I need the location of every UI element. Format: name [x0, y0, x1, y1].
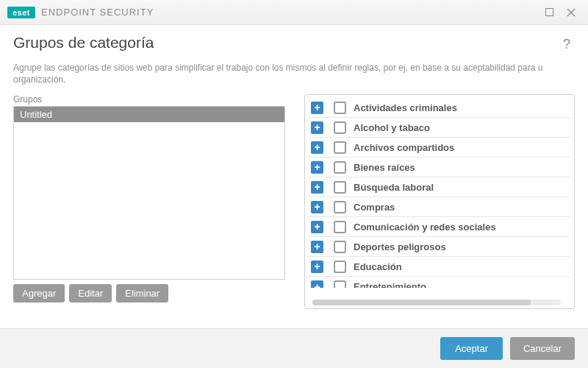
category-checkbox[interactable]: [334, 181, 346, 194]
expand-icon[interactable]: +: [311, 161, 323, 174]
category-row: +Deportes peligrosos: [308, 237, 571, 257]
category-row: +Educación: [308, 257, 571, 277]
close-button[interactable]: [560, 4, 582, 21]
category-row: +Búsqueda laboral: [308, 177, 571, 197]
group-item[interactable]: Untitled: [14, 107, 284, 122]
delete-group-button[interactable]: Eliminar: [116, 284, 168, 302]
expand-icon[interactable]: +: [311, 121, 323, 134]
svg-rect-0: [545, 9, 553, 16]
maximize-icon: [545, 8, 553, 16]
titlebar: eset ENDPOINT SECURITY: [0, 0, 588, 25]
expand-icon[interactable]: +: [311, 181, 323, 194]
category-label: Entretenimiento: [354, 281, 426, 288]
category-row: +Compras: [308, 197, 571, 217]
horizontal-scrollbar[interactable]: [312, 300, 561, 305]
category-checkbox[interactable]: [334, 141, 346, 154]
groups-label: Grupos: [13, 94, 285, 105]
expand-icon[interactable]: +: [311, 201, 323, 213]
page-description: Agrupe las categorías de sitios web para…: [13, 63, 575, 85]
category-checkbox[interactable]: [334, 221, 346, 233]
expand-icon[interactable]: +: [311, 280, 323, 288]
expand-icon[interactable]: +: [311, 261, 323, 273]
category-row: +Alcohol y tabaco: [308, 118, 571, 138]
expand-icon[interactable]: +: [311, 241, 323, 253]
category-label: Búsqueda laboral: [354, 182, 434, 193]
category-row: +Archivos compartidos: [308, 138, 571, 158]
categories-panel: +Actividades criminales+Alcohol y tabaco…: [304, 94, 575, 309]
category-row: +Entretenimiento: [308, 277, 571, 288]
dialog-footer: Aceptar Cancelar: [0, 328, 588, 368]
question-icon: ?: [563, 37, 570, 52]
maximize-button[interactable]: [538, 4, 560, 21]
help-button[interactable]: ?: [559, 34, 575, 55]
category-checkbox[interactable]: [334, 261, 346, 273]
category-label: Archivos compartidos: [354, 142, 454, 153]
ok-button[interactable]: Aceptar: [440, 337, 503, 360]
category-checkbox[interactable]: [334, 280, 346, 288]
cancel-button[interactable]: Cancelar: [510, 337, 575, 360]
category-label: Educación: [354, 261, 402, 272]
category-label: Deportes peligrosos: [354, 241, 446, 252]
category-label: Bienes raíces: [354, 162, 415, 173]
category-checkbox[interactable]: [334, 102, 346, 114]
category-label: Compras: [354, 202, 395, 213]
category-label: Comunicación y redes sociales: [354, 222, 496, 233]
category-checkbox[interactable]: [334, 121, 346, 134]
category-checkbox[interactable]: [334, 161, 346, 174]
category-checkbox[interactable]: [334, 241, 346, 253]
brand-name: ENDPOINT SECURITY: [41, 7, 154, 18]
groups-listbox[interactable]: Untitled: [13, 106, 285, 280]
category-row: +Comunicación y redes sociales: [308, 217, 571, 237]
category-row: +Actividades criminales: [308, 98, 571, 118]
brand-badge: eset: [7, 7, 35, 18]
edit-group-button[interactable]: Editar: [69, 284, 112, 302]
category-label: Actividades criminales: [354, 102, 457, 113]
expand-icon[interactable]: +: [311, 102, 323, 114]
expand-icon[interactable]: +: [311, 141, 323, 154]
add-group-button[interactable]: Agregar: [13, 284, 65, 302]
horizontal-scrollbar-thumb[interactable]: [312, 300, 531, 305]
category-row: +Bienes raíces: [308, 158, 571, 177]
category-checkbox[interactable]: [334, 201, 346, 213]
category-label: Alcohol y tabaco: [354, 122, 430, 133]
close-icon: [567, 8, 576, 17]
expand-icon[interactable]: +: [311, 221, 323, 233]
categories-scroll[interactable]: +Actividades criminales+Alcohol y tabaco…: [308, 98, 573, 288]
page-title: Grupos de categoría: [13, 34, 154, 52]
